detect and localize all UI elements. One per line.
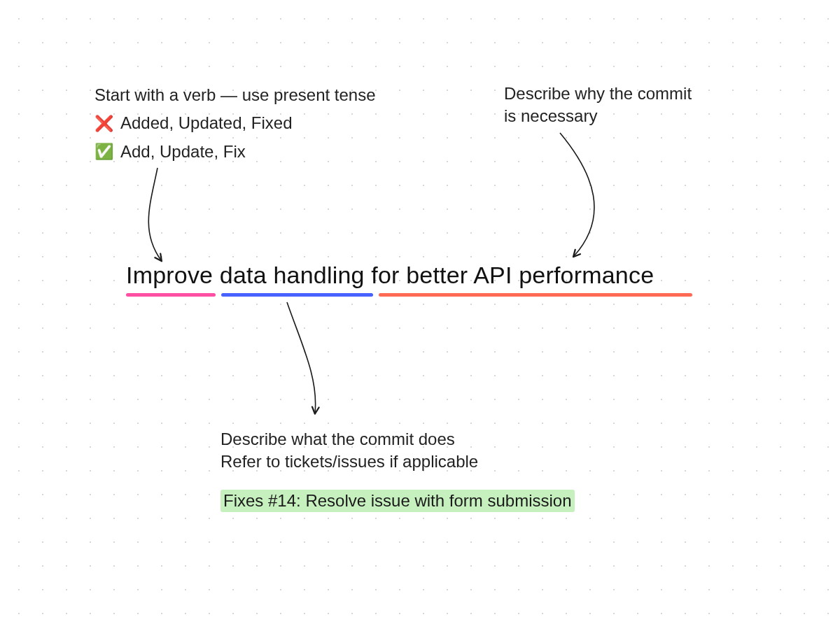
check-icon: ✅ — [94, 144, 113, 159]
underline-what — [221, 293, 373, 297]
commit-message-text: Improve data handling for better API per… — [126, 262, 692, 289]
tip-verb-title: Start with a verb — use present tense — [94, 84, 376, 106]
tip-verb: Start with a verb — use present tense ❌ … — [94, 84, 376, 163]
commit-message-block: Improve data handling for better API per… — [126, 262, 692, 297]
tip-why-line2: is necessary — [504, 105, 692, 127]
good-example-row: ✅ Add, Update, Fix — [94, 141, 376, 163]
tip-what-line1: Describe what the commit does — [220, 428, 478, 451]
example-fixes-highlight: Fixes #14: Resolve issue with form submi… — [220, 490, 575, 512]
arrow-verb-icon — [148, 168, 161, 260]
tip-why: Describe why the commit is necessary — [504, 83, 692, 128]
underline-why — [379, 293, 692, 297]
tip-what: Describe what the commit does Refer to t… — [220, 428, 478, 474]
underline-verb — [126, 293, 216, 297]
bad-examples-text: Added, Updated, Fixed — [120, 112, 293, 134]
commit-underline — [126, 293, 692, 297]
arrow-what-icon — [287, 302, 316, 413]
cross-icon: ❌ — [94, 116, 113, 132]
tip-why-line1: Describe why the commit — [504, 83, 692, 105]
bad-example-row: ❌ Added, Updated, Fixed — [94, 112, 376, 134]
good-examples-text: Add, Update, Fix — [120, 141, 246, 163]
tip-what-line2: Refer to tickets/issues if applicable — [220, 451, 478, 473]
arrow-why-icon — [560, 133, 594, 256]
example-fixes-text: Fixes #14: Resolve issue with form submi… — [223, 491, 572, 510]
